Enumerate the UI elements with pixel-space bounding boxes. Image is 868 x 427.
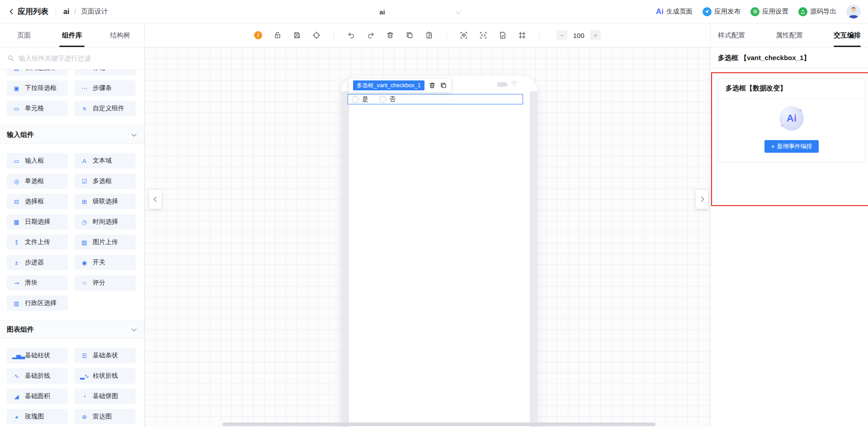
section-input-components[interactable]: 输入组件 xyxy=(0,126,144,144)
stepper-icon: ± xyxy=(12,259,20,266)
component-item[interactable]: ▤ 横向进度条 xyxy=(7,70,68,75)
unlock-icon[interactable] xyxy=(274,31,282,39)
component-item[interactable]: ± 步进器 xyxy=(7,255,68,270)
component-sidebar: 页面 组件库 结构树 ▤ 横向进度条 ⚑ 标记 xyxy=(0,23,145,427)
gear-icon xyxy=(750,7,760,16)
tab-component-library[interactable]: 组件库 xyxy=(48,23,96,47)
config-panel: 样式配置 属性配置 交互编排 多选框 【vant_checkbox_1】 多选框… xyxy=(710,23,868,427)
component-item[interactable]: ◔ 基础饼图 xyxy=(75,389,136,404)
page-check-icon[interactable] xyxy=(499,31,507,39)
line-chart-icon: ∿ xyxy=(12,373,20,380)
code-view-icon[interactable] xyxy=(479,31,487,39)
section-chart-components[interactable]: 图表组件 xyxy=(0,320,144,338)
radar-chart-icon: ⊛ xyxy=(80,413,88,420)
component-item[interactable]: ⊟ 选择框 xyxy=(7,194,68,209)
app-publish-button[interactable]: 应用发布 xyxy=(703,7,741,16)
cell-icon: ▭ xyxy=(12,105,20,112)
component-list: ▤ 横向进度条 ⚑ 标记 ▣ 下拉筛选框 ⋯ xyxy=(0,70,144,427)
component-item[interactable]: ◢ 基础面积 xyxy=(7,389,68,404)
switch-icon: ◉ xyxy=(80,259,88,266)
preview-icon[interactable] xyxy=(460,31,468,39)
component-item[interactable]: ▨ 图片上传 xyxy=(75,235,136,250)
component-item[interactable]: ☑ 多选框 xyxy=(75,174,136,189)
checkbox-option[interactable]: 是 xyxy=(352,95,368,103)
app-settings-button[interactable]: 应用设置 xyxy=(750,7,788,16)
copy-component-icon[interactable] xyxy=(440,82,447,89)
tab-structure-tree[interactable]: 结构树 xyxy=(96,23,144,47)
target-icon[interactable] xyxy=(312,31,321,39)
component-item[interactable]: ⊞ 级联选择 xyxy=(75,194,136,209)
component-item[interactable]: ⚑ 标记 xyxy=(75,70,136,75)
tab-pages[interactable]: 页面 xyxy=(0,23,48,47)
tab-style-config[interactable]: 样式配置 xyxy=(718,23,745,47)
user-avatar[interactable] xyxy=(846,5,861,19)
checkbox-component[interactable]: 是 否 xyxy=(348,94,523,104)
component-item[interactable]: ◉ 开关 xyxy=(75,255,136,270)
add-event-orchestration-button[interactable]: + 新增事件编排 xyxy=(764,140,818,153)
component-item[interactable]: ▦ 日期选择 xyxy=(7,214,68,230)
component-item[interactable]: ⊸ 滑块 xyxy=(7,275,68,291)
component-item[interactable]: ⋯ 步骤条 xyxy=(75,80,136,96)
copy-icon[interactable] xyxy=(406,31,414,39)
component-item[interactable]: ◷ 时间选择 xyxy=(75,214,136,230)
back-button[interactable]: 应用列表 xyxy=(8,6,48,17)
component-item[interactable]: ▂▅▃ 基础柱状 xyxy=(7,348,68,363)
info-icon[interactable]: i xyxy=(254,31,262,39)
horizontal-bar-chart-icon: ☰ xyxy=(80,352,88,359)
steps-icon: ⋯ xyxy=(80,85,88,92)
component-item[interactable]: ≡ 自定义组件 xyxy=(75,101,136,116)
component-item[interactable]: ▥ 行政区选择 xyxy=(7,296,68,311)
component-item[interactable]: ∿ 基础折线 xyxy=(7,368,68,384)
component-item[interactable]: ⊛ 雷达图 xyxy=(75,409,136,424)
generate-page-button[interactable]: Ai 生成页面 xyxy=(656,7,693,16)
component-item[interactable]: ▭ 输入框 xyxy=(7,153,68,169)
component-item[interactable]: ☆ 评分 xyxy=(75,275,136,291)
chevron-left-icon xyxy=(153,197,158,202)
component-item[interactable]: ☰ 基础条状 xyxy=(75,348,136,363)
tab-props-config[interactable]: 属性配置 xyxy=(776,23,803,47)
component-item[interactable]: ↥ 文件上传 xyxy=(7,235,68,250)
dropdown-filter-icon: ▣ xyxy=(12,85,20,92)
undo-icon[interactable] xyxy=(347,31,355,39)
component-item[interactable]: ◕ 玫瑰图 xyxy=(7,409,68,424)
collapse-panel-handle[interactable] xyxy=(696,190,708,209)
component-item[interactable]: A 文本域 xyxy=(75,153,136,169)
component-item[interactable]: ▣ 下拉筛选框 xyxy=(7,80,68,96)
checkbox-circle-icon[interactable] xyxy=(352,96,359,103)
page-select[interactable]: ai xyxy=(309,0,460,23)
zoom-in-button[interactable]: + xyxy=(590,30,601,40)
component-item[interactable]: ◎ 单选框 xyxy=(7,174,68,189)
source-export-button[interactable]: 源码导出 xyxy=(798,7,836,16)
component-item[interactable]: ▭ 单元格 xyxy=(7,101,68,116)
collapse-sidebar-handle[interactable] xyxy=(149,190,161,209)
selected-component-title: 多选框 【vant_checkbox_1】 xyxy=(711,47,868,68)
bar-line-chart-icon: ▂∿ xyxy=(80,373,88,380)
delete-component-icon[interactable] xyxy=(429,82,436,89)
event-highlight-box: 多选框【数据改变】 Ai + 新增事件编排 xyxy=(711,72,868,206)
component-group-input: ▭ 输入框 A 文本域 ◎ 单选框 ☑ 多选框 xyxy=(0,153,144,311)
plus-icon: + xyxy=(771,143,774,150)
save-icon[interactable] xyxy=(293,31,301,39)
search-input[interactable] xyxy=(19,55,137,62)
phone-frame-edge xyxy=(341,91,349,427)
selected-component-label[interactable]: 多选框_vant_checkbox_1 xyxy=(353,80,425,90)
wifi-icon xyxy=(510,80,518,86)
horizontal-scrollbar[interactable] xyxy=(222,422,656,426)
event-card-title: 多选框【数据改变】 xyxy=(718,79,865,99)
date-picker-icon: ▦ xyxy=(12,219,20,225)
tab-interaction-config[interactable]: 交互编排 xyxy=(834,23,861,47)
ai-logo-icon: Ai xyxy=(656,7,664,16)
zoom-control: − 100 + xyxy=(557,30,601,40)
checkbox-option[interactable]: 否 xyxy=(379,95,396,103)
component-search xyxy=(0,47,144,70)
zoom-out-button[interactable]: − xyxy=(557,30,567,40)
breadcrumb: 页面设计 xyxy=(81,7,108,16)
paste-icon[interactable] xyxy=(425,31,433,39)
redo-icon[interactable] xyxy=(367,31,375,39)
artboard-icon[interactable] xyxy=(518,31,526,39)
delete-icon[interactable] xyxy=(386,31,394,39)
component-group-chart: ▂▅▃ 基础柱状 ☰ 基础条状 ∿ 基础折线 ▂∿ xyxy=(0,348,144,424)
checkbox-circle-icon[interactable] xyxy=(379,96,387,103)
canvas-grid[interactable]: 多选框_vant_checkbox_1 是 否 xyxy=(145,47,710,427)
component-item[interactable]: ▂∿ 柱状折线 xyxy=(75,368,136,384)
